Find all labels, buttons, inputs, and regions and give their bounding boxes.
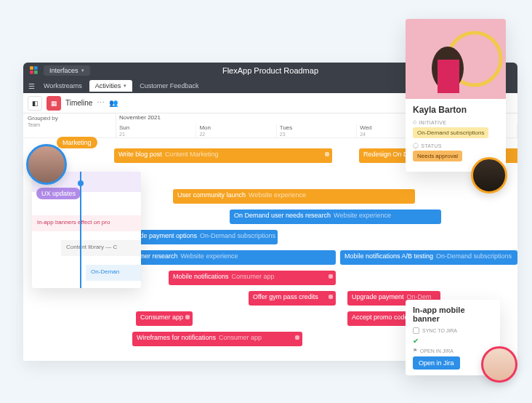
drag-handle-icon[interactable] (329, 274, 333, 279)
tab-activities[interactable]: Activities ▾ (89, 80, 133, 92)
status-label: ◯ STATUS (413, 143, 499, 148)
chevron-down-icon: ▾ (124, 83, 126, 89)
svg-rect-3 (34, 71, 38, 74)
avatar[interactable] (481, 346, 517, 383)
task-bar[interactable]: Consumer app (136, 311, 193, 326)
svg-rect-2 (30, 71, 33, 74)
open-in-jira-button[interactable]: Open in Jira (413, 356, 460, 370)
profile-name: Kayla Barton (413, 105, 499, 115)
sync-to-jira-row: SYNC TO JIRA (413, 327, 493, 334)
list-item[interactable]: On-Deman (86, 265, 141, 281)
checkbox-icon[interactable] (413, 327, 419, 334)
flag-icon: ⚑ (413, 348, 417, 354)
status-icon: ◯ (413, 143, 419, 148)
task-bar[interactable]: Offer gym pass credits (249, 291, 336, 306)
group-tag-marketing[interactable]: Marketing (57, 137, 97, 148)
day-header: Sun21 (116, 124, 196, 137)
drag-handle-icon[interactable] (325, 152, 329, 156)
workspace-dropdown-label: Interfaces (49, 67, 78, 74)
tab-customer-feedback[interactable]: Customer Feedback (134, 80, 204, 92)
more-menu-icon[interactable]: ⋯ (97, 98, 105, 108)
task-bar[interactable]: Customer researchWebsite experience (118, 250, 336, 265)
open-in-jira-row: ⚑ OPEN IN JIRA (413, 348, 493, 354)
profile-photo (406, 19, 506, 99)
app-logo-icon (29, 65, 39, 76)
grouped-by-header: Grouped by Team (23, 113, 116, 124)
timeline-view-icon[interactable]: ▦ (47, 96, 61, 111)
link-icon: ◇ (413, 119, 416, 125)
task-bar[interactable]: Upgrade payment optionsOn-Demand subscri… (118, 230, 278, 244)
workspace-dropdown[interactable]: Interfaces ▾ (44, 65, 90, 76)
layout-toggle-icon[interactable]: ◧ (28, 96, 42, 111)
task-bar[interactable]: Write blog postContent Marketing (114, 148, 332, 163)
playhead-handle-icon[interactable] (78, 180, 84, 186)
initiative-label: ◇ INITIATIVE (413, 119, 499, 125)
chevron-down-icon: ▾ (81, 68, 84, 73)
svg-rect-7 (438, 60, 459, 93)
svg-rect-0 (30, 66, 33, 70)
drag-handle-icon[interactable] (295, 335, 299, 340)
task-bar[interactable]: Mobile notifications A/B testingOn-Deman… (340, 250, 517, 265)
initiative-chip[interactable]: On-Demand subscriptions (413, 127, 488, 138)
tab-workstreams[interactable]: Workstreams (38, 80, 88, 92)
popup-title: In-app mobile banner (413, 306, 493, 323)
avatar[interactable] (471, 157, 507, 193)
people-icon[interactable]: 👥 (109, 99, 118, 107)
task-bar[interactable]: Wireframes for notificationsConsumer app (132, 332, 302, 346)
zoom-overlay: UX updates In-app banners effect on pro … (32, 172, 141, 288)
svg-rect-1 (34, 66, 38, 70)
task-bar[interactable]: User community launchWebsite experience (173, 189, 415, 204)
chip-ux-updates[interactable]: UX updates (36, 188, 81, 199)
profile-card: Kayla Barton ◇ INITIATIVE On-Demand subs… (406, 19, 506, 172)
tab-activities-label: Activities (95, 82, 121, 89)
list-item[interactable]: In-app banners effect on pro (32, 215, 141, 231)
check-icon: ✔ (413, 337, 419, 345)
task-bar[interactable]: On Demand user needs researchWebsite exp… (230, 210, 441, 224)
grouped-by-label: Grouped by (28, 115, 58, 121)
list-item[interactable]: Content library — C (61, 240, 141, 256)
drag-handle-icon[interactable] (185, 315, 190, 319)
day-header: Tues23 (277, 124, 357, 137)
avatar[interactable] (26, 144, 67, 185)
task-bar[interactable]: Mobile notificationsConsumer app (169, 271, 336, 285)
menu-icon[interactable]: ☰ (26, 82, 36, 90)
view-label: Timeline (65, 99, 92, 107)
status-chip[interactable]: Needs approval (413, 151, 462, 161)
playhead-line[interactable] (80, 172, 81, 288)
drag-handle-icon[interactable] (329, 295, 333, 299)
day-header: Mon22 (196, 124, 276, 137)
